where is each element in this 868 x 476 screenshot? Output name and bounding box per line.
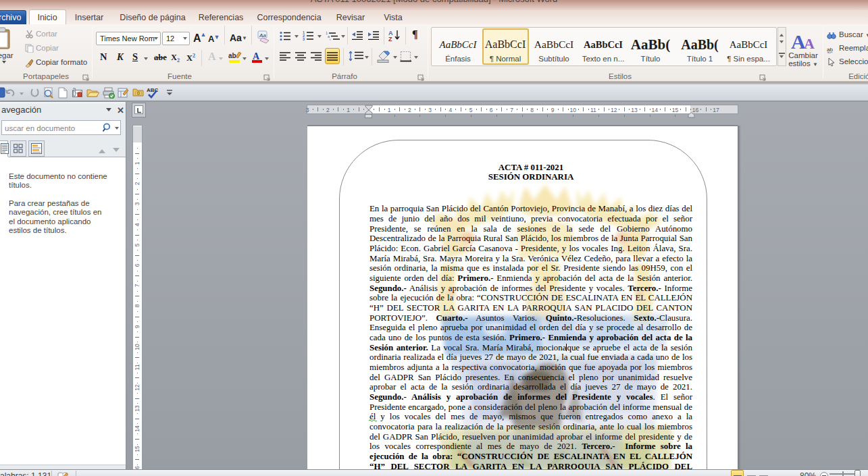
svg-text:ab: ab bbox=[228, 52, 236, 59]
svg-text:Aa: Aa bbox=[259, 32, 266, 38]
svg-text:A: A bbox=[804, 35, 815, 51]
svg-text:3: 3 bbox=[303, 37, 305, 41]
svg-text:ac: ac bbox=[827, 50, 832, 53]
svg-text:Z: Z bbox=[388, 36, 392, 41]
svg-text:A: A bbox=[253, 51, 260, 61]
svg-text:i: i bbox=[330, 38, 330, 41]
